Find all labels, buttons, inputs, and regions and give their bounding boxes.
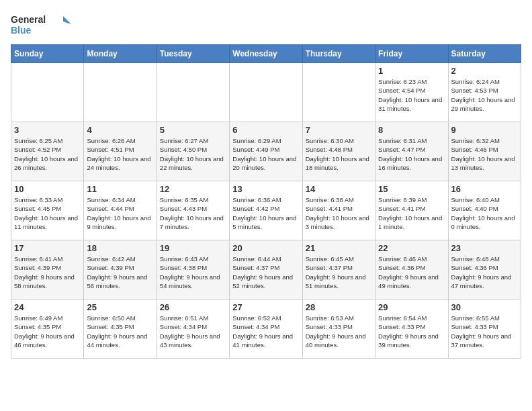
day-info: Sunrise: 6:46 AM Sunset: 4:36 PM Dayligh…	[378, 255, 445, 290]
day-number: 13	[232, 184, 299, 194]
calendar-cell: 4Sunrise: 6:26 AM Sunset: 4:51 PM Daylig…	[84, 122, 157, 181]
calendar-cell	[157, 63, 229, 122]
week-row-2: 3Sunrise: 6:25 AM Sunset: 4:52 PM Daylig…	[11, 122, 521, 181]
calendar-cell: 17Sunrise: 6:41 AM Sunset: 4:39 PM Dayli…	[11, 240, 84, 300]
day-info: Sunrise: 6:50 AM Sunset: 4:35 PM Dayligh…	[87, 314, 153, 349]
day-info: Sunrise: 6:48 AM Sunset: 4:36 PM Dayligh…	[451, 255, 518, 290]
calendar-cell: 24Sunrise: 6:49 AM Sunset: 4:35 PM Dayli…	[11, 300, 84, 359]
calendar-cell: 16Sunrise: 6:40 AM Sunset: 4:40 PM Dayli…	[448, 181, 521, 240]
day-number: 11	[87, 184, 153, 194]
day-info: Sunrise: 6:54 AM Sunset: 4:33 PM Dayligh…	[378, 314, 445, 349]
weekday-header-thursday: Thursday	[302, 45, 375, 63]
day-info: Sunrise: 6:25 AM Sunset: 4:52 PM Dayligh…	[14, 136, 81, 172]
day-number: 14	[306, 184, 372, 194]
day-number: 25	[87, 302, 153, 312]
calendar-cell: 14Sunrise: 6:38 AM Sunset: 4:41 PM Dayli…	[302, 181, 375, 240]
day-info: Sunrise: 6:32 AM Sunset: 4:46 PM Dayligh…	[451, 136, 518, 172]
calendar-cell: 3Sunrise: 6:25 AM Sunset: 4:52 PM Daylig…	[11, 122, 84, 181]
page-header: General Blue	[11, 11, 521, 38]
day-info: Sunrise: 6:53 AM Sunset: 4:33 PM Dayligh…	[306, 314, 372, 349]
svg-text:Blue: Blue	[11, 25, 32, 36]
day-number: 17	[14, 243, 81, 253]
calendar-cell: 29Sunrise: 6:54 AM Sunset: 4:33 PM Dayli…	[375, 300, 448, 359]
calendar-cell: 22Sunrise: 6:46 AM Sunset: 4:36 PM Dayli…	[375, 240, 448, 300]
day-info: Sunrise: 6:40 AM Sunset: 4:40 PM Dayligh…	[451, 195, 518, 231]
day-info: Sunrise: 6:41 AM Sunset: 4:39 PM Dayligh…	[14, 255, 81, 290]
weekday-header-friday: Friday	[375, 45, 448, 63]
day-number: 24	[14, 302, 81, 312]
calendar-cell: 13Sunrise: 6:36 AM Sunset: 4:42 PM Dayli…	[230, 181, 302, 240]
calendar-cell: 9Sunrise: 6:32 AM Sunset: 4:46 PM Daylig…	[448, 122, 521, 181]
calendar-cell	[230, 63, 302, 122]
calendar-cell: 27Sunrise: 6:52 AM Sunset: 4:34 PM Dayli…	[230, 300, 302, 359]
calendar-cell	[302, 63, 375, 122]
week-row-4: 17Sunrise: 6:41 AM Sunset: 4:39 PM Dayli…	[11, 240, 521, 300]
day-number: 29	[378, 302, 445, 312]
calendar-cell: 6Sunrise: 6:29 AM Sunset: 4:49 PM Daylig…	[230, 122, 302, 181]
calendar-cell: 15Sunrise: 6:39 AM Sunset: 4:41 PM Dayli…	[375, 181, 448, 240]
day-number: 27	[232, 302, 299, 312]
day-number: 30	[451, 302, 518, 312]
day-info: Sunrise: 6:42 AM Sunset: 4:39 PM Dayligh…	[87, 255, 153, 290]
calendar-cell: 21Sunrise: 6:45 AM Sunset: 4:37 PM Dayli…	[302, 240, 375, 300]
day-number: 19	[160, 243, 226, 253]
day-info: Sunrise: 6:36 AM Sunset: 4:42 PM Dayligh…	[232, 195, 299, 231]
day-info: Sunrise: 6:49 AM Sunset: 4:35 PM Dayligh…	[14, 314, 81, 349]
day-number: 6	[232, 125, 299, 135]
day-info: Sunrise: 6:34 AM Sunset: 4:44 PM Dayligh…	[87, 195, 153, 231]
day-info: Sunrise: 6:51 AM Sunset: 4:34 PM Dayligh…	[160, 314, 226, 349]
day-number: 21	[306, 243, 372, 253]
day-number: 28	[306, 302, 372, 312]
calendar-cell: 19Sunrise: 6:43 AM Sunset: 4:38 PM Dayli…	[157, 240, 229, 300]
day-number: 12	[160, 184, 226, 194]
day-info: Sunrise: 6:55 AM Sunset: 4:33 PM Dayligh…	[451, 314, 518, 349]
calendar-cell: 26Sunrise: 6:51 AM Sunset: 4:34 PM Dayli…	[157, 300, 229, 359]
day-info: Sunrise: 6:39 AM Sunset: 4:41 PM Dayligh…	[378, 195, 445, 231]
calendar-cell: 30Sunrise: 6:55 AM Sunset: 4:33 PM Dayli…	[448, 300, 521, 359]
calendar-cell	[11, 63, 84, 122]
day-number: 16	[451, 184, 518, 194]
day-info: Sunrise: 6:23 AM Sunset: 4:54 PM Dayligh…	[378, 77, 445, 113]
calendar-cell: 18Sunrise: 6:42 AM Sunset: 4:39 PM Dayli…	[84, 240, 157, 300]
logo-svg: General Blue	[11, 11, 71, 38]
svg-text:General: General	[11, 14, 46, 25]
calendar-table: SundayMondayTuesdayWednesdayThursdayFrid…	[11, 44, 521, 359]
day-number: 2	[451, 66, 518, 76]
logo: General Blue	[11, 11, 71, 38]
calendar-cell: 8Sunrise: 6:31 AM Sunset: 4:47 PM Daylig…	[375, 122, 448, 181]
day-number: 3	[14, 125, 81, 135]
calendar-cell	[84, 63, 157, 122]
day-info: Sunrise: 6:45 AM Sunset: 4:37 PM Dayligh…	[306, 255, 372, 290]
calendar-cell: 28Sunrise: 6:53 AM Sunset: 4:33 PM Dayli…	[302, 300, 375, 359]
weekday-header-monday: Monday	[84, 45, 157, 63]
day-info: Sunrise: 6:33 AM Sunset: 4:45 PM Dayligh…	[14, 195, 81, 231]
calendar-cell: 23Sunrise: 6:48 AM Sunset: 4:36 PM Dayli…	[448, 240, 521, 300]
weekday-header-wednesday: Wednesday	[230, 45, 302, 63]
day-number: 15	[378, 184, 445, 194]
day-number: 5	[160, 125, 226, 135]
calendar-cell: 10Sunrise: 6:33 AM Sunset: 4:45 PM Dayli…	[11, 181, 84, 240]
week-row-3: 10Sunrise: 6:33 AM Sunset: 4:45 PM Dayli…	[11, 181, 521, 240]
week-row-1: 1Sunrise: 6:23 AM Sunset: 4:54 PM Daylig…	[11, 63, 521, 122]
calendar-cell: 5Sunrise: 6:27 AM Sunset: 4:50 PM Daylig…	[157, 122, 229, 181]
week-row-5: 24Sunrise: 6:49 AM Sunset: 4:35 PM Dayli…	[11, 300, 521, 359]
calendar-cell: 20Sunrise: 6:44 AM Sunset: 4:37 PM Dayli…	[230, 240, 302, 300]
day-number: 1	[378, 66, 445, 76]
svg-marker-2	[63, 16, 71, 24]
calendar-cell: 1Sunrise: 6:23 AM Sunset: 4:54 PM Daylig…	[375, 63, 448, 122]
day-info: Sunrise: 6:27 AM Sunset: 4:50 PM Dayligh…	[160, 136, 226, 172]
day-number: 7	[306, 125, 372, 135]
day-info: Sunrise: 6:44 AM Sunset: 4:37 PM Dayligh…	[232, 255, 299, 290]
calendar-cell: 2Sunrise: 6:24 AM Sunset: 4:53 PM Daylig…	[448, 63, 521, 122]
day-number: 9	[451, 125, 518, 135]
weekday-header-saturday: Saturday	[448, 45, 521, 63]
day-info: Sunrise: 6:31 AM Sunset: 4:47 PM Dayligh…	[378, 136, 445, 172]
day-info: Sunrise: 6:24 AM Sunset: 4:53 PM Dayligh…	[451, 77, 518, 113]
calendar-cell: 25Sunrise: 6:50 AM Sunset: 4:35 PM Dayli…	[84, 300, 157, 359]
calendar-cell: 7Sunrise: 6:30 AM Sunset: 4:48 PM Daylig…	[302, 122, 375, 181]
day-info: Sunrise: 6:30 AM Sunset: 4:48 PM Dayligh…	[306, 136, 372, 172]
day-info: Sunrise: 6:26 AM Sunset: 4:51 PM Dayligh…	[87, 136, 153, 172]
calendar-cell: 11Sunrise: 6:34 AM Sunset: 4:44 PM Dayli…	[84, 181, 157, 240]
weekday-header-sunday: Sunday	[11, 45, 84, 63]
day-info: Sunrise: 6:35 AM Sunset: 4:43 PM Dayligh…	[160, 195, 226, 231]
